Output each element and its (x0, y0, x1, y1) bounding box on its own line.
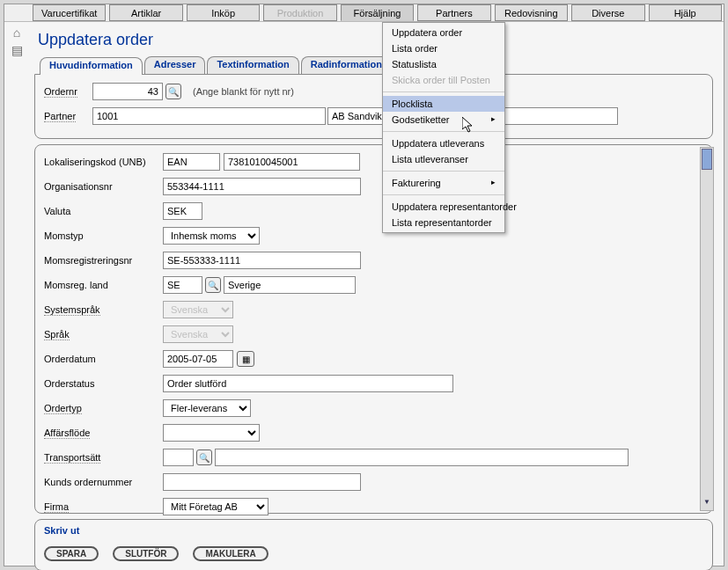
menu-hjalp[interactable]: Hjälp (649, 4, 722, 21)
sprak-select: Svenska (163, 325, 233, 343)
orgnr-input (163, 178, 361, 195)
lokal-value (224, 153, 360, 171)
momsreg-label: Momsregistreringsnr (44, 255, 163, 266)
tab-huvudinformation[interactable]: Huvudinformation (40, 57, 143, 75)
calendar-icon[interactable]: ▦ (237, 351, 254, 367)
momstyp-label: Momstyp (44, 230, 163, 241)
partner-code[interactable] (92, 107, 326, 125)
transport-lookup-icon[interactable]: 🔍 (196, 449, 212, 465)
mi-skicka-order: Skicka order till Posten (383, 72, 504, 88)
menu-separator (383, 194, 504, 195)
ordertyp-select[interactable]: Fler-leverans (163, 399, 251, 417)
momsland-name (224, 276, 356, 294)
save-button[interactable]: SPARA (44, 546, 99, 561)
lokal-label: Lokaliseringskod (UNB) (44, 157, 163, 167)
menu-varucertifikat[interactable]: Varucertifikat (33, 4, 106, 21)
momstyp-select[interactable]: Inhemsk moms (163, 227, 260, 245)
ordertyp-label: Ordertyp (44, 403, 163, 413)
menubar: Varucertifikat Artiklar Inköp Produktion… (4, 4, 724, 22)
firma-label: Firma (44, 501, 163, 512)
tab-textinformation[interactable]: Textinformation (207, 56, 298, 74)
dropdown-forsaljning: Uppdatera order Lista order Statuslista … (382, 22, 505, 233)
affarsflode-label: Affärsflöde (44, 428, 163, 438)
form-panel: ▲ ▼ Lokaliseringskod (UNB) Organisations… (34, 144, 713, 514)
valuta-input (163, 202, 202, 220)
ordernr-hint: (Ange blankt för nytt nr) (193, 86, 294, 97)
momsland-label: Momsreg. land (44, 280, 163, 290)
scroll-thumb[interactable] (702, 149, 712, 170)
mi-uppdatera-order[interactable]: Uppdatera order (383, 25, 504, 40)
orderstatus-label: Orderstatus (44, 378, 163, 389)
action-panel: Skriv ut SPARA SLUTFÖR MAKULERA (34, 519, 713, 570)
orderstatus-input (163, 375, 453, 392)
partner-label: Partner (44, 111, 92, 121)
mi-uppdatera-representantorder[interactable]: Uppdatera representantorder (383, 199, 504, 215)
affarsflode-select[interactable] (163, 424, 260, 442)
tab-adresser[interactable]: Adresser (144, 56, 206, 74)
cancel-button[interactable]: MAKULERA (193, 546, 268, 561)
list-icon[interactable]: ▤ (10, 43, 24, 57)
sysspr-label: Systemspråk (44, 304, 163, 315)
mi-lista-utleveranser[interactable]: Lista utleveranser (383, 151, 504, 167)
menu-separator (383, 171, 504, 172)
vertical-scrollbar[interactable]: ▲ ▼ (700, 147, 714, 511)
ordernr-label: Ordernr (44, 86, 92, 97)
finish-button[interactable]: SLUTFÖR (113, 546, 179, 561)
transport-input[interactable] (163, 449, 194, 466)
menu-inkop[interactable]: Inköp (187, 4, 260, 21)
tabstrip: Huvudinformation Adresser Textinformatio… (31, 56, 717, 74)
ordernr-input[interactable] (92, 83, 163, 100)
momsland-lookup-icon[interactable]: 🔍 (205, 277, 221, 293)
menu-produktion: Produktion (263, 4, 336, 21)
menu-diverse[interactable]: Diverse (571, 4, 644, 21)
kundsorder-label: Kunds ordernummer (44, 477, 163, 487)
mi-lista-order[interactable]: Lista order (383, 40, 504, 56)
ordernr-lookup-icon[interactable]: 🔍 (165, 84, 181, 99)
scroll-down-icon[interactable]: ▼ (701, 498, 713, 510)
mi-plocklista[interactable]: Plocklista (383, 96, 504, 112)
momsland-code[interactable] (163, 276, 202, 294)
orgnr-label: Organisationsnr (44, 181, 163, 192)
mi-fakturering[interactable]: Fakturering (383, 175, 504, 191)
lokal-code (163, 153, 220, 171)
menu-separator (383, 131, 504, 132)
mi-godsetiketter[interactable]: Godsetiketter (383, 112, 504, 128)
order-header-panel: Ordernr 🔍 (Ange blankt för nytt nr) Part… (34, 74, 713, 139)
page-title: Uppdatera order (31, 27, 717, 56)
menu-artiklar[interactable]: Artiklar (109, 4, 182, 21)
menu-redovisning[interactable]: Redovisning (495, 4, 568, 21)
mi-uppdatera-utleverans[interactable]: Uppdatera utleverans (383, 135, 504, 151)
momsreg-input (163, 252, 361, 269)
mi-statuslista[interactable]: Statuslista (383, 56, 504, 72)
orderdatum-label: Orderdatum (44, 354, 163, 364)
orderdatum-input[interactable] (163, 350, 233, 368)
valuta-label: Valuta (44, 206, 163, 216)
transport-name (215, 449, 629, 466)
menu-forsaljning[interactable]: Försäljning (341, 4, 414, 21)
transport-label: Transportsätt (44, 452, 163, 463)
tab-radinformation[interactable]: Radinformation (301, 56, 392, 74)
sprak-label: Språk (44, 329, 163, 340)
kundsorder-input[interactable] (163, 473, 361, 491)
print-link[interactable]: Skriv ut (35, 520, 712, 541)
sysspr-select: Svenska (163, 301, 233, 318)
firma-select[interactable]: Mitt Företag AB (163, 498, 268, 515)
menu-separator (383, 91, 504, 92)
home-icon[interactable]: ⌂ (10, 26, 24, 40)
menu-partners[interactable]: Partners (417, 4, 490, 21)
mi-lista-representantorder[interactable]: Lista representantorder (383, 215, 504, 230)
